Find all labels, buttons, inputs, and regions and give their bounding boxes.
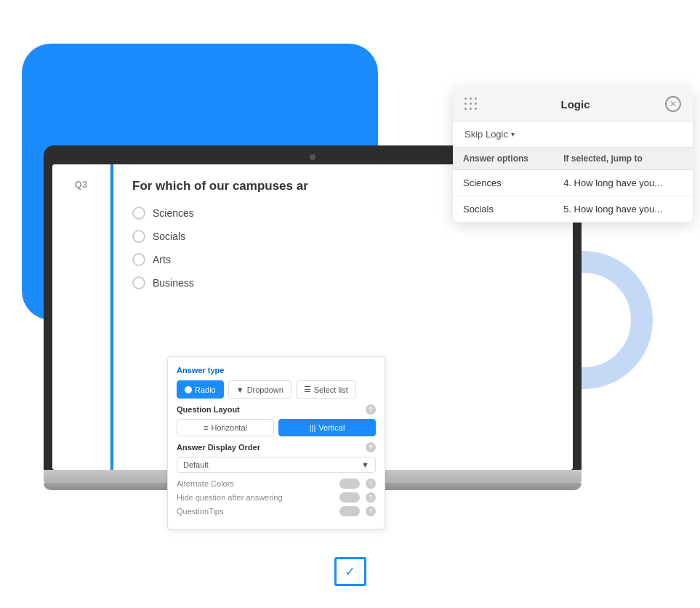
answer-type-buttons: Radio ▼ Dropdown ☰ Select list (177, 380, 376, 399)
answer-socials: Socials (453, 196, 553, 223)
option-label-business: Business (153, 277, 194, 289)
radio-label: Radio (195, 385, 216, 394)
alternate-colors-label: Alternate Colors (177, 479, 234, 488)
radio-business[interactable] (132, 276, 145, 289)
answer-sciences: Sciences (453, 170, 553, 196)
logic-title: Logic (486, 98, 665, 111)
question-label: Q3 (75, 179, 87, 190)
table-row: Sciences 4. How long have you... (453, 170, 693, 196)
vertical-icon: ||| (310, 423, 316, 432)
skip-logic-label: Skip Logic (464, 129, 508, 140)
jump-socials: 5. How long have you... (553, 196, 693, 223)
default-dropdown[interactable]: Default ▼ (177, 457, 376, 473)
alternate-colors-toggle-row: Alternate Colors ? (177, 479, 376, 489)
answer-type-title: Answer type (177, 366, 376, 375)
checkmark-box: ✓ (334, 557, 366, 586)
table-row: Socials 5. How long have you... (453, 196, 693, 223)
drag-dot (470, 97, 472, 100)
survey-option-business[interactable]: Business (132, 276, 558, 289)
logic-header: Logic ✕ (453, 87, 693, 121)
dropdown-arrow-icon: ▼ (361, 460, 369, 469)
skip-logic-row: Skip Logic ▾ (453, 121, 693, 148)
left-accent (110, 164, 113, 470)
skip-logic-dropdown-icon[interactable]: ▾ (511, 130, 515, 138)
dropdown-icon: ▼ (236, 385, 244, 394)
horizontal-label: Horizontal (211, 423, 247, 432)
radio-icon (185, 386, 192, 393)
drag-dot (475, 103, 477, 105)
question-layout-title: Question Layout (177, 405, 240, 414)
radio-arts[interactable] (132, 253, 145, 266)
dropdown-button[interactable]: ▼ Dropdown (228, 380, 291, 399)
drag-dot (464, 97, 467, 100)
drag-dot (470, 103, 472, 105)
radio-socials[interactable] (132, 230, 145, 243)
table-header-jump: If selected, jump to (553, 148, 693, 170)
drag-handle[interactable] (464, 97, 478, 111)
laptop-camera (310, 154, 315, 160)
option-label-socials: Socials (153, 231, 185, 242)
jump-sciences: 4. How long have you... (553, 170, 693, 196)
question-tips-label: QuestionTips (177, 507, 223, 516)
question-tips-toggle-row: QuestionTips ? (177, 506, 376, 516)
default-label: Default (183, 460, 209, 469)
checkmark-icon: ✓ (345, 564, 355, 580)
question-tips-toggle[interactable] (339, 506, 360, 516)
option-label-sciences: Sciences (153, 207, 194, 219)
drag-dot (475, 97, 477, 100)
radio-sciences[interactable] (132, 207, 145, 220)
question-tips-info-icon[interactable]: ? (366, 506, 376, 516)
logic-table: Answer options If selected, jump to Scie… (453, 148, 693, 223)
select-list-button[interactable]: ☰ Select list (296, 380, 356, 399)
display-info-icon[interactable]: ? (366, 442, 376, 452)
survey-option-arts[interactable]: Arts (132, 253, 558, 266)
drag-dot (464, 108, 467, 110)
horizontal-layout-button[interactable]: ≡ Horizontal (177, 419, 274, 436)
drag-dot (464, 103, 467, 105)
vertical-layout-button[interactable]: ||| Vertical (278, 419, 376, 436)
hide-question-toggle-row: Hide question after answering ? (177, 492, 376, 503)
alternate-colors-info-icon[interactable]: ? (366, 479, 376, 489)
question-layout-section: Question Layout ? (177, 404, 376, 415)
table-header-answers: Answer options (453, 148, 553, 170)
vertical-label: Vertical (318, 423, 345, 432)
survey-option-socials[interactable]: Socials (132, 230, 558, 243)
answer-display-title: Answer Display Order (177, 443, 260, 452)
hide-question-label: Hide question after answering (177, 493, 283, 502)
layout-buttons: ≡ Horizontal ||| Vertical (177, 419, 376, 436)
drag-dot (470, 108, 472, 110)
answer-type-panel: Answer type Radio ▼ Dropdown ☰ Select li… (167, 356, 385, 529)
select-list-label: Select list (314, 385, 348, 394)
alternate-colors-toggle[interactable] (339, 479, 360, 489)
close-icon[interactable]: ✕ (665, 96, 681, 112)
logic-panel: Logic ✕ Skip Logic ▾ Answer options If s… (453, 87, 693, 223)
bottom-checkmark-area: ✓ (334, 557, 366, 586)
drag-dot (475, 108, 477, 110)
hide-question-toggle[interactable] (339, 492, 360, 503)
layout-info-icon[interactable]: ? (366, 404, 376, 415)
hide-question-info-icon[interactable]: ? (366, 492, 376, 503)
dropdown-label: Dropdown (247, 385, 283, 394)
horizontal-icon: ≡ (204, 423, 208, 432)
answer-display-section: Answer Display Order ? (177, 442, 376, 452)
select-list-icon: ☰ (304, 385, 311, 394)
survey-sidebar: Q3 (52, 164, 110, 470)
radio-button[interactable]: Radio (177, 380, 224, 399)
option-label-arts: Arts (153, 254, 171, 265)
